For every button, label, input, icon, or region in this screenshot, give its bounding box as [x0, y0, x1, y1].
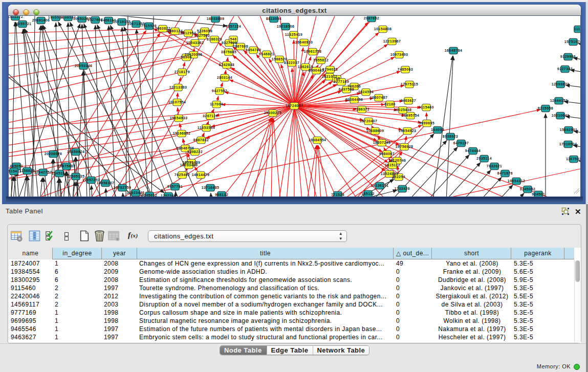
svg-text:9115460: 9115460: [419, 105, 434, 109]
svg-text:8242848: 8242848: [219, 63, 234, 67]
svg-text:9463627: 9463627: [401, 99, 416, 102]
svg-text:1405572: 1405572: [8, 15, 23, 18]
svg-text:9327503: 9327503: [194, 34, 210, 37]
svg-text:15751074: 15751074: [564, 40, 582, 43]
svg-text:8454749: 8454749: [246, 48, 261, 52]
svg-text:10973493: 10973493: [390, 53, 408, 56]
svg-text:12342757: 12342757: [34, 170, 52, 174]
svg-text:19975887: 19975887: [58, 164, 76, 168]
svg-text:485051: 485051: [10, 164, 23, 168]
svg-text:25300275: 25300275: [264, 111, 282, 115]
svg-text:165112: 165112: [361, 192, 375, 195]
svg-text:9474444: 9474444: [465, 149, 481, 152]
svg-text:252254: 252254: [392, 175, 405, 179]
svg-text:17010504: 17010504: [559, 142, 577, 146]
svg-text:2867608: 2867608: [233, 45, 248, 48]
svg-text:19384554: 19384554: [309, 138, 326, 142]
svg-text:10807487: 10807487: [370, 96, 388, 99]
svg-text:10210643: 10210643: [552, 114, 570, 117]
svg-text:20206576: 20206576: [45, 152, 62, 156]
svg-text:546: 546: [230, 37, 236, 41]
svg-text:7515526: 7515526: [141, 24, 157, 28]
svg-text:9777169: 9777169: [334, 80, 349, 83]
svg-text:1362615: 1362615: [298, 65, 313, 69]
svg-text:10688609: 10688609: [366, 129, 384, 133]
svg-text:16120746: 16120746: [388, 159, 406, 162]
svg-text:3875685: 3875685: [221, 50, 236, 54]
svg-text:14958107: 14958107: [97, 181, 115, 185]
svg-text:10543362: 10543362: [186, 41, 204, 45]
svg-text:6479197: 6479197: [453, 141, 469, 145]
svg-text:9084067: 9084067: [379, 152, 395, 156]
svg-text:924501: 924501: [532, 192, 545, 196]
svg-text:15692901: 15692901: [560, 128, 578, 132]
svg-text:20364456: 20364456: [345, 98, 363, 101]
svg-text:9498222: 9498222: [187, 150, 203, 154]
svg-text:10654112: 10654112: [508, 179, 525, 183]
svg-text:8322037: 8322037: [284, 61, 299, 64]
svg-text:3267110: 3267110: [203, 114, 218, 118]
svg-text:10961758: 10961758: [304, 50, 322, 53]
svg-text:10154808: 10154808: [374, 27, 392, 31]
svg-text:62160: 62160: [384, 102, 396, 106]
svg-text:2935114: 2935114: [476, 157, 492, 160]
svg-text:771524: 771524: [331, 193, 344, 196]
svg-text:8813054: 8813054: [266, 17, 281, 20]
svg-text:6794028: 6794028: [322, 68, 338, 71]
svg-text:9427552: 9427552: [212, 89, 227, 93]
svg-text:9245012: 9245012: [142, 193, 157, 197]
svg-text:1733426: 1733426: [395, 187, 410, 190]
svg-text:1117: 1117: [574, 27, 583, 31]
svg-text:19218506: 19218506: [277, 25, 295, 28]
svg-text:1167533: 1167533: [566, 157, 581, 161]
svg-text:12444157: 12444157: [550, 99, 568, 102]
svg-text:7386372: 7386372: [354, 107, 369, 111]
svg-text:18807249: 18807249: [373, 141, 391, 144]
svg-text:5226058: 5226058: [197, 29, 212, 33]
svg-text:8912954: 8912954: [181, 31, 196, 35]
svg-text:7485063: 7485063: [398, 68, 413, 71]
svg-text:1615112: 1615112: [385, 163, 400, 167]
svg-text:98906: 98906: [181, 55, 192, 59]
svg-text:2087652: 2087652: [364, 16, 379, 20]
svg-text:7357224: 7357224: [226, 25, 241, 28]
svg-text:15720407: 15720407: [360, 119, 378, 123]
svg-text:12505135: 12505135: [67, 174, 85, 178]
svg-text:8687832: 8687832: [193, 138, 209, 142]
svg-text:13716485: 13716485: [202, 186, 220, 189]
svg-text:2718179: 2718179: [175, 70, 190, 74]
svg-text:8938923: 8938923: [443, 135, 458, 138]
svg-text:16648784: 16648784: [445, 49, 463, 52]
svg-text:1588520: 1588520: [272, 57, 287, 61]
svg-text:11353594: 11353594: [198, 126, 215, 129]
svg-text:17359924: 17359924: [67, 150, 85, 154]
svg-text:2803144: 2803144: [217, 76, 232, 79]
svg-text:9699695: 9699695: [419, 121, 434, 125]
svg-text:3624554: 3624554: [358, 90, 374, 94]
svg-text:9327508: 9327508: [222, 41, 237, 45]
svg-text:117004: 117004: [210, 102, 223, 106]
svg-text:1292344: 1292344: [161, 194, 176, 198]
svg-text:14055721: 14055721: [14, 22, 32, 26]
svg-text:1156829: 1156829: [19, 169, 35, 172]
svg-text:9457791: 9457791: [167, 185, 183, 188]
svg-text:9146821: 9146821: [259, 52, 274, 56]
svg-text:14136141: 14136141: [371, 184, 389, 187]
svg-text:7955812: 7955812: [313, 58, 329, 62]
svg-text:12213967: 12213967: [383, 39, 401, 43]
svg-text:16640910: 16640910: [295, 40, 313, 44]
svg-text:12093873: 12093873: [552, 82, 570, 86]
svg-text:20691406: 20691406: [32, 18, 50, 22]
svg-text:7625402: 7625402: [175, 173, 190, 177]
svg-text:9227343: 9227343: [557, 67, 573, 71]
svg-text:19756928: 19756928: [396, 145, 413, 148]
svg-text:11325419: 11325419: [285, 33, 302, 36]
svg-text:1145194: 1145194: [52, 171, 67, 175]
svg-text:18724007: 18724007: [286, 104, 303, 107]
svg-text:7632621: 7632621: [487, 164, 502, 168]
svg-text:20053346: 20053346: [75, 64, 93, 68]
svg-text:16093489: 16093489: [180, 163, 198, 167]
svg-text:8215958: 8215958: [538, 106, 553, 110]
svg-text:10107554: 10107554: [168, 100, 186, 104]
svg-text:6497568: 6497568: [339, 87, 354, 91]
